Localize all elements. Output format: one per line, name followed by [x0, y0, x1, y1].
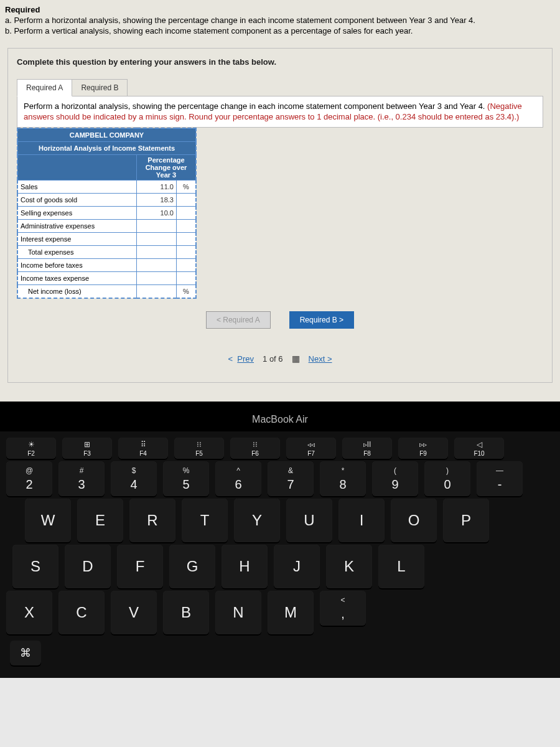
fn-icon: ▹II [363, 440, 371, 449]
letter-key: H [222, 545, 268, 588]
row-label: Total expenses [17, 246, 137, 259]
fn-label: F3 [83, 450, 91, 457]
key-lower: 8 [339, 477, 346, 492]
key-lower: - [498, 477, 502, 492]
value-cell[interactable]: 18.3 [137, 194, 177, 207]
letter-key: P [443, 499, 489, 542]
req-line-b: b. Perform a vertical analysis, showing … [5, 26, 555, 37]
key-upper: $ [132, 466, 136, 475]
value-cell[interactable] [137, 246, 177, 259]
pager: < Prev 1 of 6 ▦ Next > [17, 354, 543, 364]
key-upper: % [183, 466, 190, 475]
table-row: Income before taxes [17, 259, 196, 272]
fn-label: F5 [195, 450, 203, 457]
fn-key: ⊞F3 [62, 438, 112, 459]
value-cell[interactable]: 11.0 [137, 181, 177, 194]
value-cell[interactable] [137, 272, 177, 285]
keyboard: ☀F2⊞F3⠿F4⁝⁝F5⁝⁝F6◃◃F7▹IIF8▹▹F9◁F10 @2#3$… [0, 431, 560, 678]
key-upper: @ [26, 466, 33, 475]
letter-key: J [274, 545, 320, 588]
fn-icon: ☀ [28, 440, 35, 449]
required-heading: Required [5, 5, 40, 14]
laptop-brand: MacBook Air [0, 402, 560, 431]
letter-key: M [268, 591, 314, 634]
row-label: Net income (loss) [17, 285, 137, 299]
next-tab-button[interactable]: Required B > [289, 311, 354, 329]
key-lower: 5 [182, 477, 189, 492]
fn-key: ▹▹F9 [398, 438, 448, 459]
letter-key: Y [234, 499, 280, 542]
value-cell[interactable] [137, 220, 177, 233]
grid-icon[interactable]: ▦ [292, 354, 300, 364]
instruction-box: Perform a horizontal analysis, showing t… [17, 96, 543, 128]
table-row: Sales11.0% [17, 181, 196, 194]
value-cell[interactable] [137, 259, 177, 272]
punct-key: <, [320, 591, 366, 626]
table-col-header: Percentage Change over Year 3 [137, 155, 197, 181]
number-key: *8 [320, 461, 366, 496]
table-row: Net income (loss)% [17, 285, 196, 299]
tab-required-b[interactable]: Required B [72, 79, 128, 96]
letter-key: R [129, 499, 175, 542]
number-key: )0 [424, 461, 470, 496]
prev-tab-button[interactable]: < Required A [206, 311, 271, 329]
analysis-table: CAMPBELL COMPANY Horizontal Analysis of … [17, 128, 197, 299]
table-row: Cost of goods sold18.3 [17, 194, 196, 207]
unit-cell [177, 246, 197, 259]
table-subtitle: Horizontal Analysis of Income Statements [17, 142, 196, 155]
letter-key: T [182, 499, 228, 542]
tab-required-a[interactable]: Required A [17, 79, 72, 96]
key-upper: & [288, 466, 293, 475]
key-upper: ^ [236, 466, 240, 475]
value-cell[interactable] [137, 285, 177, 299]
row-label: Interest expense [17, 233, 137, 246]
number-key: —- [477, 461, 523, 496]
fn-key: ⠿F4 [118, 438, 168, 459]
key-lower: 3 [78, 477, 85, 492]
complete-instruction: Complete this question by entering your … [17, 57, 543, 67]
row-label: Sales [17, 181, 137, 194]
pager-prev[interactable]: < Prev [228, 354, 254, 364]
letter-key: U [286, 499, 332, 542]
command-key-icon: ⌘ [10, 641, 41, 665]
fn-icon: ⠿ [141, 440, 146, 449]
table-row: Administrative expenses [17, 220, 196, 233]
number-key: &7 [268, 461, 314, 496]
fn-icon: ⁝⁝ [197, 440, 202, 449]
tab-nav: < Required A Required B > [17, 311, 543, 329]
letter-key: D [65, 545, 111, 588]
fn-icon: ▹▹ [419, 440, 427, 449]
row-label: Income before taxes [17, 259, 137, 272]
fn-icon: ◃◃ [307, 440, 315, 449]
unit-cell [177, 194, 197, 207]
number-key: @2 [6, 461, 52, 496]
letter-key: S [12, 545, 58, 588]
letter-key: E [77, 499, 123, 542]
fn-label: F6 [251, 450, 259, 457]
table-row: Total expenses [17, 246, 196, 259]
table-row: Income taxes expense [17, 272, 196, 285]
key-upper: * [342, 466, 345, 475]
letter-key: V [111, 591, 157, 634]
letter-key: N [215, 591, 261, 634]
pager-next[interactable]: Next > [309, 354, 332, 364]
key-upper: ) [446, 466, 449, 475]
unit-cell [177, 233, 197, 246]
letter-key: O [391, 499, 437, 542]
letter-key: W [25, 499, 71, 542]
key-upper: ( [394, 466, 396, 475]
key-lower: 7 [287, 477, 294, 492]
value-cell[interactable]: 10.0 [137, 207, 177, 220]
key-upper: — [496, 466, 503, 475]
fn-key: ◁F10 [454, 438, 504, 459]
number-key: ^6 [215, 461, 261, 496]
instruction-main: Perform a horizontal analysis, showing t… [24, 101, 487, 111]
unit-cell [177, 220, 197, 233]
value-cell[interactable] [137, 233, 177, 246]
row-label: Administrative expenses [17, 220, 137, 233]
letter-key: C [58, 591, 105, 634]
key-lower: 0 [444, 477, 450, 492]
row-label: Cost of goods sold [17, 194, 137, 207]
fn-icon: ◁ [477, 440, 482, 449]
unit-cell [177, 207, 197, 220]
